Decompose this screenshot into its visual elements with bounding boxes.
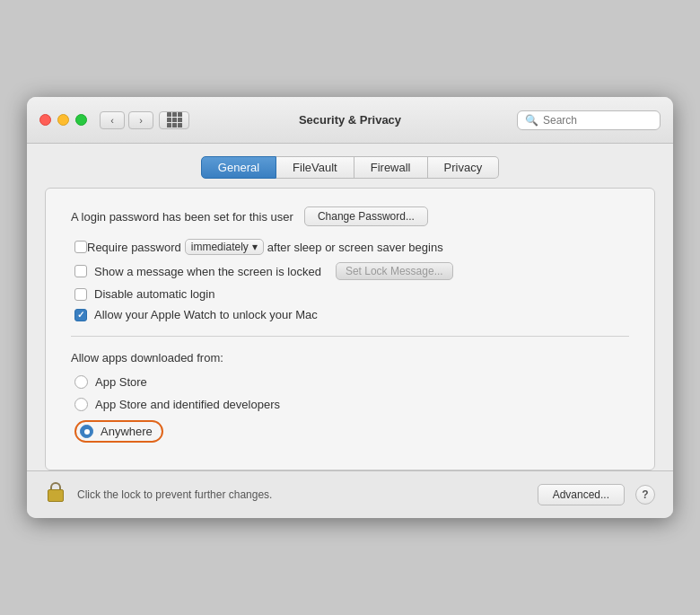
grid-icon [167,112,182,127]
nav-buttons: ‹ › [100,111,153,129]
radio-app-store-identified-row: App Store and identified developers [71,398,629,411]
require-password-label: Require password [87,241,181,254]
disable-login-row: Disable automatic login [71,287,629,301]
tab-privacy[interactable]: Privacy [428,156,500,179]
radio-app-store-row: App Store [71,375,629,389]
forward-icon: › [139,115,143,126]
radio-app-store-identified[interactable] [74,398,88,411]
lock-icon[interactable] [45,482,66,507]
close-button[interactable] [39,114,51,126]
show-message-label: Show a message when the screen is locked [94,265,321,278]
lock-body [48,489,64,502]
require-password-after: after sleep or screen saver begins [267,241,443,254]
password-text: A login password has been set for this u… [71,210,293,224]
apple-watch-checkbox[interactable] [74,309,87,321]
back-icon: ‹ [110,115,114,126]
maximize-button[interactable] [75,114,87,126]
radio-app-store[interactable] [74,375,88,389]
show-message-row: Show a message when the screen is locked… [71,262,629,280]
dropdown-value: immediately [191,241,249,253]
content-area: A login password has been set for this u… [45,188,655,470]
show-message-checkbox[interactable] [74,265,87,277]
radio-app-store-identified-label: App Store and identified developers [95,398,280,411]
apple-watch-label: Allow your Apple Watch to unlock your Ma… [94,308,318,321]
anywhere-highlight: Anywhere [74,420,163,443]
radio-anywhere[interactable] [80,425,93,438]
tabs-bar: General FileVault Firewall Privacy [27,144,673,188]
require-password-dropdown[interactable]: immediately ▾ [185,239,264,255]
disable-login-checkbox[interactable] [74,288,87,301]
apps-section: Allow apps downloaded from: App Store Ap… [71,351,629,443]
window-title: Security & Privacy [299,113,401,127]
advanced-button[interactable]: Advanced... [538,484,625,505]
radio-anywhere-row: Anywhere [71,420,629,443]
radio-anywhere-label: Anywhere [101,425,153,438]
require-password-checkbox[interactable] [74,241,87,253]
password-row: A login password has been set for this u… [71,206,629,226]
require-password-row: Require password immediately ▾ after sle… [71,239,629,255]
tab-filevault[interactable]: FileVault [276,156,354,179]
footer: Click the lock to prevent further change… [27,470,673,518]
main-window: ‹ › Security & Privacy 🔍 General FileVau… [27,97,673,518]
set-lock-message-button[interactable]: Set Lock Message... [336,262,453,280]
titlebar: ‹ › Security & Privacy 🔍 [27,97,673,144]
grid-button[interactable] [159,111,189,129]
section-divider [71,336,629,337]
search-icon: 🔍 [525,114,538,127]
dropdown-arrow-icon: ▾ [252,241,258,253]
footer-lock-text: Click the lock to prevent further change… [77,488,527,501]
allow-apps-title: Allow apps downloaded from: [71,351,629,365]
apple-watch-row: Allow your Apple Watch to unlock your Ma… [71,308,629,321]
change-password-button[interactable]: Change Password... [304,206,428,226]
lock-shackle [50,482,61,489]
password-section: A login password has been set for this u… [71,206,629,321]
help-button[interactable]: ? [635,485,655,505]
tab-firewall[interactable]: Firewall [354,156,428,179]
radio-app-store-label: App Store [95,375,147,389]
search-box[interactable]: 🔍 [517,110,661,130]
search-input[interactable] [543,114,652,127]
traffic-lights [39,114,87,126]
disable-login-label: Disable automatic login [94,287,214,301]
minimize-button[interactable] [57,114,69,126]
tab-general[interactable]: General [201,156,276,179]
forward-button[interactable]: › [128,111,153,129]
back-button[interactable]: ‹ [100,111,125,129]
